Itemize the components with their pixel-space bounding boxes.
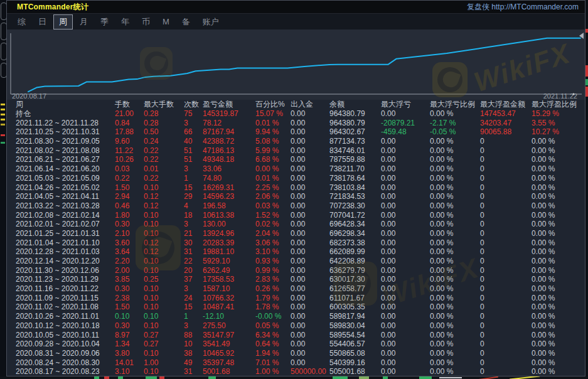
table-cell: 0.00 %: [430, 211, 480, 220]
table-row[interactable]: 2020.10.05 ~ 2020.10.118.970.278835147.9…: [7, 331, 585, 340]
table-cell: 31: [184, 247, 203, 257]
table-cell: 3.64: [115, 247, 144, 257]
table-cell: 0.22: [115, 174, 144, 183]
table-cell: 0.00: [381, 321, 430, 331]
row-period: 2021.11.22 ~ 2021.11.28: [16, 119, 115, 128]
desktop: MTCommander统计 复盘侠 http://MTCommander.com…: [0, 0, 588, 379]
menu-tab-周[interactable]: 周: [53, 14, 73, 29]
table-cell: 0.00: [381, 294, 430, 303]
table-row[interactable]: 2020.08.24 ~ 2020.08.3014.011.004935397.…: [7, 358, 585, 368]
table-row[interactable]: 2021.10.25 ~ 2021.10.3117.880.506687167.…: [7, 127, 585, 137]
table-cell: 0.00 %: [532, 302, 585, 312]
table-row[interactable]: 2020.08.31 ~ 2020.09.063.800.103810465.9…: [7, 349, 585, 358]
table-cell: 0.00 %: [532, 367, 585, 376]
table-cell: 0.00 %: [532, 201, 585, 211]
table-cell: 34203.47: [480, 119, 532, 128]
chart-start-date: 2020.08.17: [12, 92, 46, 100]
menu-tab-月[interactable]: 月: [74, 14, 94, 29]
table-cell: 74.80: [203, 174, 255, 183]
table-cell: 14.01: [115, 358, 144, 368]
menu-tab-备[interactable]: 备: [176, 14, 196, 29]
table-row[interactable]: 2020.11.09 ~ 2020.11.152.380.102410766.3…: [7, 294, 585, 303]
table-row[interactable]: 2021.02.08 ~ 2021.02.141.800.101810613.3…: [7, 211, 585, 220]
table-row[interactable]: 2020.11.02 ~ 2020.11.081.500.101510487.4…: [7, 302, 585, 312]
table-row[interactable]: 2021.08.30 ~ 2021.09.059.600.244042388.7…: [7, 137, 585, 146]
table-cell: 0.00: [291, 174, 329, 183]
table-row[interactable]: 持仓21.000.2875145319.8715.07 %0.00964380.…: [7, 109, 585, 119]
table-cell: 0: [480, 220, 532, 229]
table-cell: 877134.73: [329, 137, 381, 146]
table-cell: -0.05 %: [430, 127, 480, 137]
table-cell: 0.01 %: [255, 174, 291, 183]
table-cell: 589554.54: [329, 331, 381, 340]
table-cell: 0.00: [381, 312, 430, 321]
table-cell: 636279.79: [329, 266, 381, 275]
table-row[interactable]: 2020.12.28 ~ 2021.01.033.640.123119881.1…: [7, 247, 585, 257]
table-cell: 0.00 %: [430, 174, 480, 183]
table-cell: 0.00 %: [532, 192, 585, 201]
table-row[interactable]: 2021.08.02 ~ 2021.08.0811.220.225147186.…: [7, 146, 585, 156]
table-cell: 5.99 %: [255, 146, 291, 156]
table-cell: 0: [480, 257, 532, 266]
table-cell: 0.00 %: [430, 294, 480, 303]
table-row[interactable]: 2021.11.22 ~ 2021.11.280.840.28378.120.0…: [7, 119, 585, 128]
table-cell: 0.99 %: [255, 266, 291, 275]
row-period: 2021.02.08 ~ 2021.02.14: [16, 211, 115, 220]
table-cell: 589830.04: [329, 321, 381, 331]
table-row[interactable]: 2021.02.01 ~ 2021.02.070.300.103130.000.…: [7, 220, 585, 229]
table-row[interactable]: 2020.08.17 ~ 2020.08.233.100.10315001.68…: [7, 367, 585, 376]
table-row[interactable]: 2020.10.26 ~ 2020.11.010.100.101-12.10-0…: [7, 312, 585, 321]
table-row[interactable]: 2021.06.21 ~ 2021.06.2710.260.225149348.…: [7, 155, 585, 164]
table-row[interactable]: 2020.12.14 ~ 2020.12.202.200.10225929.10…: [7, 257, 585, 266]
menu-tab-年[interactable]: 年: [115, 14, 135, 29]
table-cell: 0.50: [144, 127, 184, 137]
table-cell: 0.00: [291, 127, 329, 137]
table-cell: 1.78 %: [255, 302, 291, 312]
table-row[interactable]: 2020.11.23 ~ 2020.11.293.850.253717358.5…: [7, 275, 585, 284]
table-row[interactable]: 2021.06.14 ~ 2021.06.200.030.01333.060.0…: [7, 164, 585, 174]
table-cell: 0.00 %: [430, 284, 480, 294]
table-cell: 3.06 %: [255, 238, 291, 248]
table-cell: 612658.77: [329, 284, 381, 294]
table-cell: 0.10: [144, 266, 184, 275]
table-row[interactable]: 2020.09.28 ~ 2020.10.041.340.27103541.49…: [7, 339, 585, 349]
menu-tab-日[interactable]: 日: [33, 14, 52, 29]
table-row[interactable]: 2021.01.25 ~ 2021.01.312.100.102113924.9…: [7, 229, 585, 238]
table-row[interactable]: 2020.10.12 ~ 2020.10.180.300.103275.500.…: [7, 321, 585, 331]
title-bar: MTCommander统计 复盘侠 http://MTCommander.com: [7, 1, 585, 14]
table-cell: 0: [480, 164, 532, 174]
table-row[interactable]: 2021.01.04 ~ 2021.01.103.600.123020283.3…: [7, 238, 585, 248]
table-cell: 707238.30: [329, 201, 381, 211]
table-row[interactable]: 2020.11.30 ~ 2020.12.062.000.10206262.49…: [7, 266, 585, 275]
table-cell: 0.00: [291, 339, 329, 349]
brand-link[interactable]: 复盘侠 http://MTCommander.com: [467, 2, 579, 13]
table-cell: 42388.72: [203, 137, 255, 146]
row-period: 2020.11.02 ~ 2020.11.08: [16, 302, 115, 312]
table-cell: 1.34: [115, 339, 144, 349]
table-cell: 15.07 %: [255, 109, 291, 119]
mtcommander-window: MTCommander统计 复盘侠 http://MTCommander.com…: [6, 0, 585, 376]
chart-scroll-arrow[interactable]: [579, 33, 584, 39]
table-row[interactable]: 2021.05.03 ~ 2021.05.090.220.22174.800.0…: [7, 174, 585, 183]
table-row[interactable]: 2020.11.16 ~ 2020.11.220.300.1031587.100…: [7, 284, 585, 294]
menu-tab-账户[interactable]: 账户: [197, 14, 225, 29]
table-cell: 0.00 %: [430, 367, 480, 376]
table-cell: 0.46: [115, 201, 144, 211]
background-artifact: [1, 114, 5, 115]
table-cell: 87167.94: [203, 127, 255, 137]
table-row[interactable]: 2021.03.22 ~ 2021.03.280.460.124196.580.…: [7, 201, 585, 211]
table-cell: 88: [184, 331, 203, 340]
menu-tab-综[interactable]: 综: [12, 14, 31, 29]
row-period: 2021.03.22 ~ 2021.03.28: [16, 201, 115, 211]
table-cell: 0: [480, 294, 532, 303]
table-cell: 0: [480, 275, 532, 284]
column-header: 盈亏金额: [203, 100, 255, 109]
table-row[interactable]: 2021.04.26 ~ 2021.05.021.500.101516269.3…: [7, 183, 585, 193]
menu-tab-币[interactable]: 币: [136, 14, 156, 29]
menu-tab-季[interactable]: 季: [95, 14, 114, 29]
table-cell: -0.00 %: [255, 312, 291, 321]
table-row[interactable]: 2021.04.05 ~ 2021.04.112.940.122914596.2…: [7, 192, 585, 201]
menu-tab-M[interactable]: M: [157, 15, 175, 28]
table-cell: 0.00 %: [532, 164, 585, 174]
table-cell: 75: [184, 109, 203, 119]
